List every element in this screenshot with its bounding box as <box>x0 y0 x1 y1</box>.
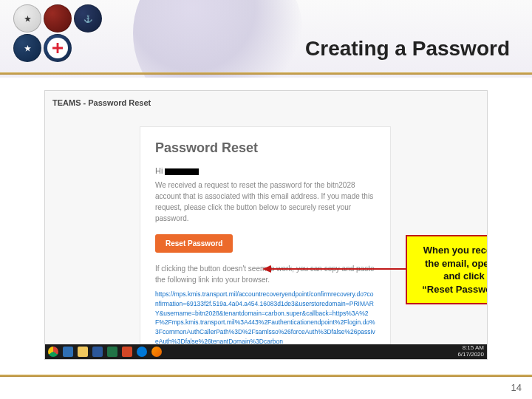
clock-date: 6/17/2020 <box>457 352 484 358</box>
word-icon[interactable] <box>92 347 103 357</box>
greeting-prefix: Hi <box>155 166 165 175</box>
email-body-text: We received a request to reset the passw… <box>155 180 375 224</box>
seal-navy: ⚓ <box>74 4 102 33</box>
redacted-name <box>165 168 199 175</box>
windows-taskbar: 8:15 AM 6/17/2020 <box>45 344 487 359</box>
firefox-icon[interactable] <box>151 347 162 357</box>
callout-line: the email, open it <box>412 257 488 270</box>
title-divider <box>0 72 532 75</box>
email-screenshot: TEAMS - Password Reset Password Reset Hi… <box>44 90 488 360</box>
seal-army: ★ <box>13 4 41 33</box>
powerpoint-icon[interactable] <box>122 347 132 357</box>
edge-icon[interactable] <box>137 347 147 357</box>
callout-arrow <box>264 268 406 270</box>
page-number: 14 <box>511 382 522 393</box>
dropbox-icon[interactable] <box>63 347 73 357</box>
email-body-card: Password Reset Hi We received a request … <box>140 126 391 359</box>
callout-line: “Reset Password” <box>412 283 488 296</box>
email-greeting: Hi <box>155 166 375 175</box>
seal-air-force: ★ <box>13 34 41 62</box>
callout-line: and click <box>412 270 488 283</box>
callout-line: When you receive <box>412 244 488 257</box>
slide-title: Creating a Password <box>305 37 510 61</box>
reset-password-button[interactable]: Reset Password <box>155 234 233 253</box>
explorer-icon[interactable] <box>78 347 88 357</box>
chrome-icon[interactable] <box>48 347 58 357</box>
email-subject: TEAMS - Password Reset <box>52 98 151 107</box>
seal-marine <box>44 4 72 33</box>
recovery-url[interactable]: https://mps.kmis.transport.mil/accountre… <box>155 290 375 347</box>
globe-graphic <box>133 0 303 78</box>
system-clock[interactable]: 8:15 AM 6/17/2020 <box>457 345 484 358</box>
seal-coast-guard <box>44 34 72 62</box>
email-heading: Password Reset <box>155 140 375 156</box>
military-seals-group: ★ ⚓ ★ <box>13 4 102 62</box>
instruction-callout: When you receive the email, open it and … <box>406 235 488 304</box>
footer-divider <box>0 375 532 377</box>
excel-icon[interactable] <box>107 347 117 357</box>
